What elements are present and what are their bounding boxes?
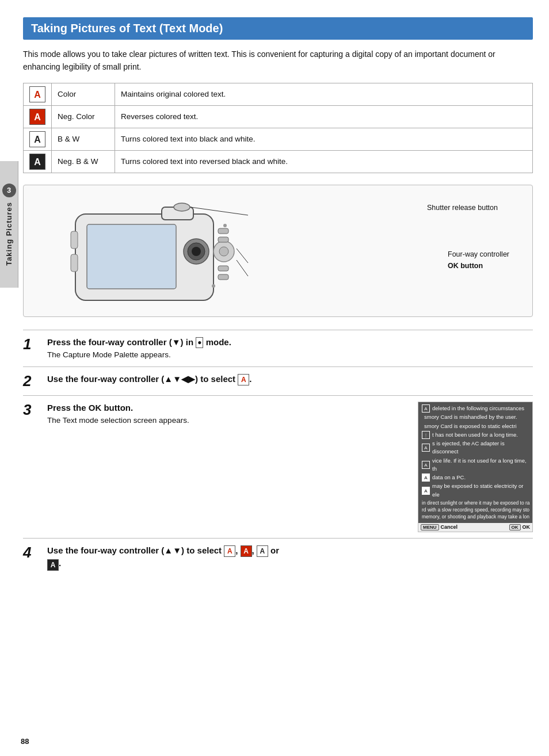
overlay-icon-6: A [422, 487, 430, 495]
table-row: A Color Maintains original colored text. [24, 83, 533, 105]
step-1-main: Press the four-way controller (▼) in ● m… [47, 336, 533, 348]
overlay-row: A may be exposed to static electricity o… [422, 482, 530, 499]
overlay-row: smory Card is mishandled by the user. [422, 413, 530, 421]
menu-button-small: MENU [421, 524, 439, 530]
table-name-cell: B & W [52, 128, 115, 150]
step4-icon-3: A [257, 545, 268, 557]
step-2-number: 2 [23, 373, 39, 390]
overlay-text-block: in direct sunlight or where it may be ex… [422, 499, 530, 521]
table-desc-cell: Turns colored text into black and white. [115, 128, 533, 150]
step-3-number: 3 [23, 402, 39, 418]
table-desc-cell: Reverses colored text. [115, 105, 533, 128]
table-row: A Neg. B & W Turns colored text into rev… [24, 150, 533, 173]
table-icon-cell: A [24, 83, 52, 105]
fourway-label: Four-way controller OK button [448, 249, 509, 272]
table-icon-cell: A [24, 150, 52, 173]
step-4-content: Use the four-way controller (▲▼) to sele… [47, 544, 533, 571]
step-3-row: 3 Press the OK button. The Text mode sel… [23, 395, 533, 538]
step4-icon-4: A [47, 559, 59, 571]
step2-select-icon: A [238, 374, 249, 385]
svg-point-8 [219, 247, 228, 256]
overlay-text-3: smory Card is exposed to static electri [424, 422, 517, 430]
step-4-row: 4 Use the four-way controller (▲▼) to se… [23, 538, 533, 576]
shutter-release-label: Shutter release button [427, 203, 498, 213]
table-desc-cell: Maintains original colored text. [115, 83, 533, 105]
steps-area: 1 Press the four-way controller (▼) in ●… [23, 330, 533, 576]
page-number: 88 [21, 737, 29, 746]
step-1-content: Press the four-way controller (▼) in ● m… [47, 336, 533, 361]
sidebar-chapter-label: Taking Pictures [5, 202, 13, 266]
overlay-text-8: may be exposed to static electricity or … [432, 482, 530, 499]
step-3-text: Press the OK button. The Text mode selec… [47, 402, 411, 426]
sidebar-chapter-number: 3 [2, 184, 16, 197]
overlay-text-7: data on a PC. [432, 474, 466, 482]
overlay-text-5: s is ejected, the AC adapter is disconne… [432, 440, 530, 456]
step-2-row: 2 Use the four-way controller (▲▼◀▶) to … [23, 366, 533, 395]
camera-illustration: Shutter release button Four-way controll… [23, 185, 533, 317]
svg-rect-2 [87, 224, 176, 289]
svg-rect-9 [218, 228, 228, 234]
overlay-icon-2: ⋮ [422, 431, 430, 439]
overlay-row: A vice life. If it is not used for a lon… [422, 457, 530, 474]
table-name-cell: Color [52, 83, 115, 105]
step-1-sub: The Capture Mode Palette appears. [47, 349, 533, 361]
intro-paragraph: This mode allows you to take clear pictu… [23, 48, 533, 74]
sidebar-tab: 3 Taking Pictures [0, 161, 18, 288]
overlay-row: ⋮ t has not been used for a long time. [422, 431, 530, 439]
overlay-text-1: deleted in the following circumstances [432, 404, 524, 413]
neg-bw-icon: A [29, 154, 45, 170]
camera-mode-icon: ● [196, 337, 203, 348]
page-title: Taking Pictures of Text (Text Mode) [23, 17, 533, 40]
step-1-row: 1 Press the four-way controller (▼) in ●… [23, 330, 533, 367]
step-1-number: 1 [23, 336, 39, 353]
main-content: Taking Pictures of Text (Text Mode) This… [23, 0, 533, 576]
svg-point-15 [212, 284, 215, 288]
step-3-content: Press the OK button. The Text mode selec… [47, 402, 533, 532]
overlay-bottom-bar: MENU Cancel OK OK [418, 523, 532, 532]
svg-rect-13 [71, 231, 78, 249]
step4-icon-2: A [241, 545, 252, 557]
svg-rect-10 [218, 237, 228, 242]
svg-rect-12 [218, 274, 228, 280]
mode-table: A Color Maintains original colored text.… [23, 83, 533, 173]
overlay-row: smory Card is exposed to static electri [422, 422, 530, 430]
overlay-icon-1: A [422, 404, 430, 413]
ok-button-small: OK [509, 524, 521, 530]
overlay-row: A deleted in the following circumstances [422, 404, 530, 413]
svg-point-6 [174, 203, 190, 211]
overlay-icon-3: A [422, 444, 430, 452]
overlay-row: A data on a PC. [422, 474, 530, 482]
table-icon-cell: A [24, 128, 52, 150]
bw-icon: A [29, 131, 45, 147]
step-2-content: Use the four-way controller (▲▼◀▶) to se… [47, 373, 533, 385]
overlay-text-2: smory Card is mishandled by the user. [424, 413, 517, 421]
step-3-main: Press the OK button. [47, 402, 411, 414]
overlay-row: A s is ejected, the AC adapter is discon… [422, 440, 530, 456]
svg-rect-11 [218, 266, 228, 271]
step-4-number: 4 [23, 544, 39, 561]
table-row: A Neg. Color Reverses colored text. [24, 105, 533, 128]
ok-label-small: OK [523, 524, 531, 530]
table-desc-cell: Turns colored text into reversed black a… [115, 150, 533, 173]
overlay-text-4: t has not been used for a long time. [432, 431, 518, 439]
color-icon: A [29, 86, 45, 102]
ok-button-label: OK button [448, 262, 483, 270]
or-text: or [270, 545, 279, 555]
table-row: A B & W Turns colored text into black an… [24, 128, 533, 150]
svg-point-5 [192, 247, 201, 256]
svg-rect-14 [71, 254, 78, 272]
table-name-cell: Neg. B & W [52, 150, 115, 173]
cancel-label: Cancel [441, 524, 458, 530]
table-icon-cell: A [24, 105, 52, 128]
overlay-icon-5: A [422, 474, 430, 482]
overlay-text-6: vice life. If it is not used for a long … [432, 457, 530, 474]
text-mode-overlay-image: A deleted in the following circumstances… [418, 402, 533, 532]
step-2-main: Use the four-way controller (▲▼◀▶) to se… [47, 373, 533, 385]
svg-point-16 [223, 224, 227, 227]
camera-drawing [58, 197, 242, 306]
step-3-sub: The Text mode selection screen appears. [47, 415, 411, 426]
overlay-screen: A deleted in the following circumstances… [418, 402, 533, 523]
neg-color-icon: A [29, 109, 45, 125]
step4-icon-1: A [224, 545, 235, 557]
overlay-icon-4: A [422, 461, 430, 469]
